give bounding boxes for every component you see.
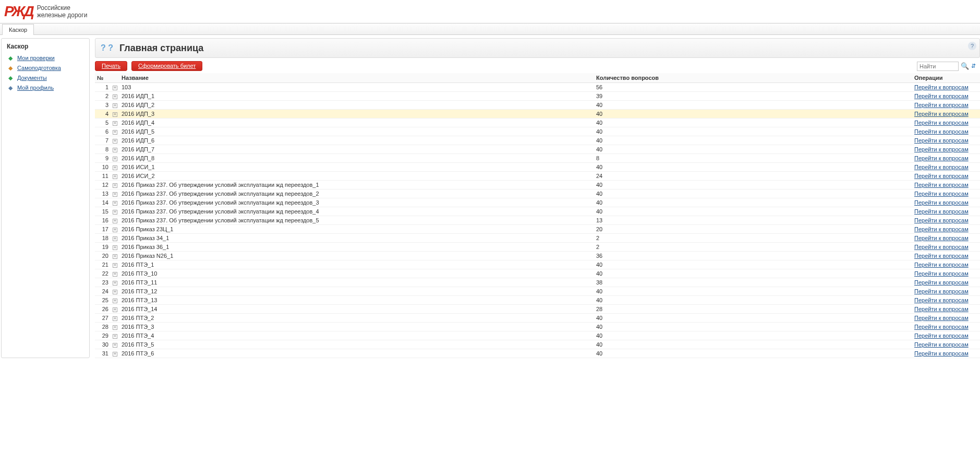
go-to-questions-link[interactable]: Перейти к вопросам	[914, 253, 969, 259]
row-expand-cell: +	[111, 172, 119, 181]
row-expand-cell: +	[111, 305, 119, 314]
row-ops: Перейти к вопросам	[912, 198, 980, 207]
go-to-questions-link[interactable]: Перейти к вопросам	[914, 120, 969, 126]
sidebar-item-icon: ◆	[7, 54, 14, 62]
row-name: 2016 ИДП_2	[119, 101, 594, 110]
go-to-questions-link[interactable]: Перейти к вопросам	[914, 84, 969, 90]
go-to-questions-link[interactable]: Перейти к вопросам	[914, 262, 969, 268]
go-to-questions-link[interactable]: Перейти к вопросам	[914, 146, 969, 152]
content-area: ? ? Главная страница ? Печать Сформирова…	[90, 35, 980, 358]
row-ops: Перейти к вопросам	[912, 118, 980, 127]
row-qty: 40	[594, 136, 912, 145]
expand-toggle-icon[interactable]: +	[113, 219, 117, 223]
row-expand-cell: +	[111, 323, 119, 331]
search-input[interactable]	[917, 62, 959, 71]
help-icon[interactable]: ?	[968, 42, 976, 50]
go-to-questions-link[interactable]: Перейти к вопросам	[914, 244, 969, 250]
table-row: 23+2016 ПТЭ_1138Перейти к вопросам	[95, 278, 980, 287]
go-to-questions-link[interactable]: Перейти к вопросам	[914, 173, 969, 179]
expand-toggle-icon[interactable]: +	[113, 192, 117, 197]
tab-kaskor[interactable]: Каскор	[2, 24, 34, 35]
row-name: 2016 ПТЭ_2	[119, 314, 594, 323]
expand-toggle-icon[interactable]: +	[113, 103, 117, 108]
row-expand-cell: +	[111, 234, 119, 243]
expand-icon[interactable]: ⇵	[971, 63, 976, 69]
go-to-questions-link[interactable]: Перейти к вопросам	[914, 155, 969, 161]
expand-toggle-icon[interactable]: +	[113, 343, 117, 348]
expand-toggle-icon[interactable]: +	[113, 165, 117, 170]
brand-line1: Российские	[37, 4, 88, 11]
expand-toggle-icon[interactable]: +	[113, 174, 117, 179]
expand-toggle-icon[interactable]: +	[113, 290, 117, 294]
go-to-questions-link[interactable]: Перейти к вопросам	[914, 111, 969, 117]
expand-toggle-icon[interactable]: +	[113, 352, 117, 357]
search-icon[interactable]: 🔍	[961, 62, 969, 70]
sidebar-item[interactable]: ◆Самоподготовка	[2, 63, 89, 73]
sidebar-item-label[interactable]: Мои проверки	[17, 55, 55, 61]
go-to-questions-link[interactable]: Перейти к вопросам	[914, 199, 969, 206]
go-to-questions-link[interactable]: Перейти к вопросам	[914, 128, 969, 135]
expand-toggle-icon[interactable]: +	[113, 316, 117, 321]
go-to-questions-link[interactable]: Перейти к вопросам	[914, 288, 969, 294]
sidebar-item-icon: ◆	[7, 64, 14, 72]
go-to-questions-link[interactable]: Перейти к вопросам	[914, 315, 969, 321]
sidebar-item[interactable]: ◆Мои проверки	[2, 53, 89, 63]
go-to-questions-link[interactable]: Перейти к вопросам	[914, 182, 969, 188]
expand-toggle-icon[interactable]: +	[113, 281, 117, 286]
expand-toggle-icon[interactable]: +	[113, 272, 117, 277]
go-to-questions-link[interactable]: Перейти к вопросам	[914, 102, 969, 108]
expand-toggle-icon[interactable]: +	[113, 210, 117, 215]
expand-toggle-icon[interactable]: +	[113, 86, 117, 90]
go-to-questions-link[interactable]: Перейти к вопросам	[914, 270, 969, 277]
table-row: 14+2016 Приказ 237. Об утверждении услов…	[95, 198, 980, 207]
sidebar-item-label[interactable]: Самоподготовка	[17, 65, 61, 71]
go-to-questions-link[interactable]: Перейти к вопросам	[914, 333, 969, 339]
sidebar-item-label[interactable]: Документы	[17, 75, 47, 81]
sidebar-item[interactable]: ◆Мой профиль	[2, 83, 89, 93]
go-to-questions-link[interactable]: Перейти к вопросам	[914, 226, 969, 232]
expand-toggle-icon[interactable]: +	[113, 121, 117, 126]
main-table: № Название Количество вопросов Операции …	[95, 73, 980, 358]
row-ops: Перейти к вопросам	[912, 278, 980, 287]
sidebar-item[interactable]: ◆Документы	[2, 73, 89, 83]
expand-toggle-icon[interactable]: +	[113, 299, 117, 303]
go-to-questions-link[interactable]: Перейти к вопросам	[914, 137, 969, 144]
expand-toggle-icon[interactable]: +	[113, 307, 117, 312]
go-to-questions-link[interactable]: Перейти к вопросам	[914, 191, 969, 197]
go-to-questions-link[interactable]: Перейти к вопросам	[914, 235, 969, 241]
go-to-questions-link[interactable]: Перейти к вопросам	[914, 306, 969, 312]
form-ticket-button[interactable]: Сформировать билет	[131, 61, 202, 71]
go-to-questions-link[interactable]: Перейти к вопросам	[914, 279, 969, 286]
expand-toggle-icon[interactable]: +	[113, 254, 117, 259]
expand-toggle-icon[interactable]: +	[113, 334, 117, 339]
row-name: 2016 ПТЭ_13	[119, 296, 594, 305]
row-qty: 39	[594, 92, 912, 101]
table-row: 6+2016 ИДП_540Перейти к вопросам	[95, 127, 980, 136]
go-to-questions-link[interactable]: Перейти к вопросам	[914, 93, 969, 99]
go-to-questions-link[interactable]: Перейти к вопросам	[914, 350, 969, 357]
sidebar-item-icon: ◆	[7, 84, 14, 91]
go-to-questions-link[interactable]: Перейти к вопросам	[914, 324, 969, 330]
expand-toggle-icon[interactable]: +	[113, 245, 117, 250]
expand-toggle-icon[interactable]: +	[113, 183, 117, 188]
row-qty: 2	[594, 243, 912, 252]
expand-toggle-icon[interactable]: +	[113, 325, 117, 330]
go-to-questions-link[interactable]: Перейти к вопросам	[914, 341, 969, 348]
sidebar-item-label[interactable]: Мой профиль	[17, 85, 54, 91]
expand-toggle-icon[interactable]: +	[113, 263, 117, 268]
go-to-questions-link[interactable]: Перейти к вопросам	[914, 208, 969, 215]
go-to-questions-link[interactable]: Перейти к вопросам	[914, 217, 969, 223]
expand-toggle-icon[interactable]: +	[113, 157, 117, 161]
go-to-questions-link[interactable]: Перейти к вопросам	[914, 164, 969, 170]
expand-toggle-icon[interactable]: +	[113, 201, 117, 206]
expand-toggle-icon[interactable]: +	[113, 112, 117, 117]
expand-toggle-icon[interactable]: +	[113, 139, 117, 144]
expand-toggle-icon[interactable]: +	[113, 236, 117, 241]
expand-toggle-icon[interactable]: +	[113, 148, 117, 152]
go-to-questions-link[interactable]: Перейти к вопросам	[914, 297, 969, 303]
print-button[interactable]: Печать	[95, 61, 127, 71]
expand-toggle-icon[interactable]: +	[113, 130, 117, 135]
expand-toggle-icon[interactable]: +	[113, 94, 117, 99]
table-row: 16+2016 Приказ 237. Об утверждении услов…	[95, 216, 980, 225]
expand-toggle-icon[interactable]: +	[113, 228, 117, 232]
